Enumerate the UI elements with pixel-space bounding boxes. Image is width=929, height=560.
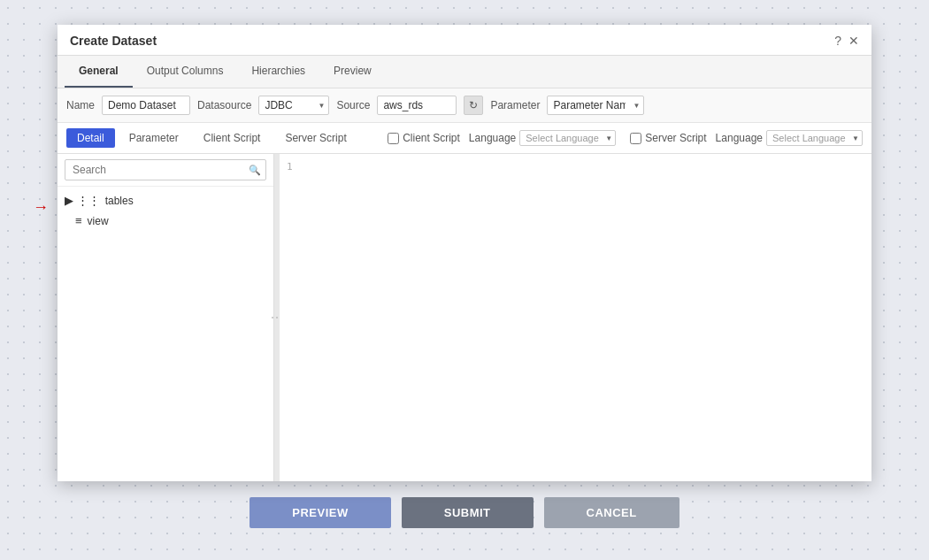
source-input[interactable]	[377, 96, 457, 115]
client-script-checkbox[interactable]	[388, 133, 399, 144]
parameter-label: Parameter	[490, 99, 540, 111]
create-dataset-dialog: Create Dataset ? ✕ General Output Column…	[58, 25, 871, 481]
source-label: Source	[336, 99, 370, 111]
view-label: view	[88, 215, 109, 227]
tab-output-columns[interactable]: Output Columns	[133, 56, 238, 88]
help-icon[interactable]: ?	[834, 34, 841, 48]
refresh-button[interactable]: ↻	[464, 96, 483, 115]
tree-panel: 🔍 ▶ ⋮⋮ tables ≡ view	[58, 154, 274, 481]
server-script-label: Server Script	[645, 132, 706, 144]
tab-hierarchies[interactable]: Hierarchies	[237, 56, 319, 88]
arrow-indicator: →	[33, 198, 49, 217]
form-row: Name Datasource JDBC Source ↻ Parameter …	[58, 88, 871, 123]
parameter-select-wrapper: Parameter Name	[547, 96, 644, 115]
view-icon: ≡	[75, 214, 82, 227]
search-icon: 🔍	[249, 165, 261, 176]
datasource-select[interactable]: JDBC	[258, 96, 329, 115]
name-input[interactable]	[102, 96, 190, 115]
close-icon[interactable]: ✕	[848, 34, 859, 48]
editor-panel: 1	[280, 154, 871, 481]
tables-icon: ▶ ⋮⋮	[65, 194, 100, 207]
tab-preview[interactable]: Preview	[319, 56, 386, 88]
subtab-detail[interactable]: Detail	[66, 128, 115, 148]
subtabs-row: Detail Parameter Client Script Server Sc…	[58, 123, 871, 154]
line-number-1: 1	[283, 157, 868, 176]
cancel-button[interactable]: CANCEL	[544, 497, 679, 528]
server-language-label: Language	[716, 132, 763, 144]
tree-item-view[interactable]: ≡ view	[58, 211, 273, 231]
tables-label: tables	[105, 195, 134, 207]
tab-general[interactable]: General	[65, 56, 133, 88]
preview-button[interactable]: PREVIEW	[250, 497, 390, 528]
client-script-label: Client Script	[403, 132, 460, 144]
client-language-select[interactable]: Select Language	[519, 130, 616, 146]
parameter-select[interactable]: Parameter Name	[547, 96, 644, 115]
datasource-select-wrapper: JDBC	[258, 96, 329, 115]
main-tabs-bar: General Output Columns Hierarchies Previ…	[58, 56, 871, 88]
subtab-client-script[interactable]: Client Script	[193, 128, 272, 148]
tree-items: ▶ ⋮⋮ tables ≡ view	[58, 187, 273, 481]
footer-buttons: PREVIEW SUBMIT CANCEL	[250, 481, 679, 535]
server-script-checkbox[interactable]	[630, 133, 641, 144]
subtab-server-script[interactable]: Server Script	[274, 128, 357, 148]
dialog-controls: ? ✕	[834, 34, 859, 48]
client-script-group: Client Script	[388, 132, 460, 144]
tree-item-tables[interactable]: ▶ ⋮⋮ tables	[58, 190, 273, 211]
client-language-label: Language	[469, 132, 516, 144]
datasource-label: Datasource	[197, 99, 251, 111]
server-language-select-wrapper: Select Language	[766, 130, 863, 146]
server-script-group: Server Script	[630, 132, 706, 144]
client-language-select-wrapper: Select Language	[519, 130, 616, 146]
dialog-titlebar: Create Dataset ? ✕	[58, 25, 871, 56]
content-area: → 🔍 ▶ ⋮⋮ tables ≡ view 1	[58, 154, 871, 481]
name-label: Name	[66, 99, 95, 111]
search-input[interactable]	[65, 159, 266, 180]
dialog-title: Create Dataset	[70, 34, 157, 48]
search-box: 🔍	[58, 154, 273, 187]
server-language-select[interactable]: Select Language	[766, 130, 863, 146]
subtab-parameter[interactable]: Parameter	[119, 128, 189, 148]
submit-button[interactable]: SUBMIT	[402, 497, 534, 528]
